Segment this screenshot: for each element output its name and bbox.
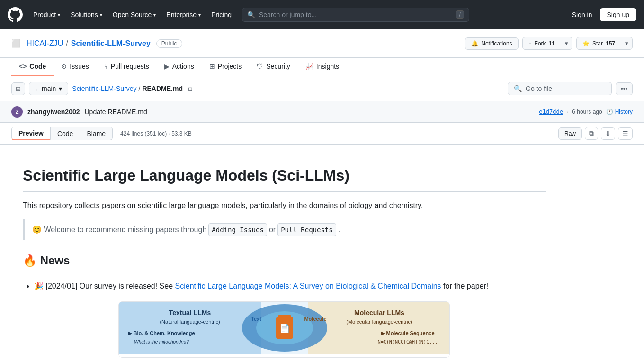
tab-projects[interactable]: ⊞ Projects <box>202 58 250 76</box>
readme-description: This repository collects papers on scien… <box>23 199 546 212</box>
list-item: 🎉 [2024/01] Our survey is released! See … <box>34 280 546 292</box>
blockquote-code2: Pull Requests <box>277 223 336 236</box>
svg-text:📄: 📄 <box>279 323 290 334</box>
readme-content: Scientific Large Language Models (Sci-LL… <box>0 145 568 362</box>
copy-path-button[interactable]: ⧉ <box>187 84 193 94</box>
history-icon: 🕐 <box>606 109 613 115</box>
blockquote-text: 😊 Welcome to recommend missing papers th… <box>32 224 206 236</box>
path-repo-link[interactable]: Scientific-LLM-Survey <box>72 85 136 92</box>
tab-code[interactable]: <> Code <box>11 58 54 76</box>
diagram-wrap: Textual LLMs (Natural language-centric) … <box>118 301 450 357</box>
projects-icon: ⊞ <box>209 63 215 70</box>
tab-security[interactable]: 🛡 Security <box>249 58 298 76</box>
preview-tab[interactable]: Preview <box>11 127 51 140</box>
file-actions: Raw ⧉ ⬇ ☰ <box>558 127 633 140</box>
star-add-button[interactable]: ▾ <box>621 37 633 50</box>
file-header: ⊟ ⑂ main ▾ Scientific-LLM-Survey / READM… <box>0 76 644 101</box>
nav-item-enterprise[interactable]: Enterprise ▾ <box>161 8 206 21</box>
chevron-down-icon: ▾ <box>100 12 102 18</box>
blame-tab[interactable]: Blame <box>80 127 113 140</box>
news-link[interactable]: Scientific Large Language Models: A Surv… <box>175 282 441 290</box>
svg-text:N=C(N)NCC[C@H](N)C...: N=C(N)NCC[C@H](N)C... <box>378 339 438 344</box>
tab-actions[interactable]: ▶ Actions <box>157 58 202 76</box>
nav-item-opensource[interactable]: Open Source ▾ <box>108 8 161 21</box>
star-btn-group: ⭐ Star 157 ▾ <box>576 37 633 50</box>
tab-pull-requests[interactable]: ⑂ Pull requests <box>97 58 157 76</box>
breadcrumb-separator: / <box>66 39 68 48</box>
github-logo[interactable] <box>8 7 23 22</box>
sidebar-icon: ⊟ <box>16 85 21 92</box>
readme-title: Scientific Large Language Models (Sci-LL… <box>23 163 546 192</box>
branch-icon: ⑂ <box>35 85 39 92</box>
path-separator: / <box>139 85 141 92</box>
sidebar-toggle-button[interactable]: ⊟ <box>11 82 25 95</box>
diagram-svg: Textual LLMs (Natural language-centric) … <box>119 302 450 354</box>
view-tabs: Preview Code Blame <box>11 127 113 140</box>
signin-button[interactable]: Sign in <box>568 9 596 21</box>
blockquote: 😊 Welcome to recommend missing papers th… <box>23 219 546 240</box>
raw-button[interactable]: Raw <box>558 127 582 140</box>
insights-icon: 📈 <box>305 63 313 70</box>
breadcrumb-path: Scientific-LLM-Survey / README.md <box>72 85 183 92</box>
svg-text:▶ Bio. & Chem. Knowledge: ▶ Bio. & Chem. Knowledge <box>128 330 195 336</box>
nav-item-product[interactable]: Product ▾ <box>28 8 65 21</box>
repo-actions: 🔔 Notifications ⑂ Fork 11 ▾ ⭐ Star 157 ▾ <box>465 37 633 50</box>
fork-icon: ⑂ <box>528 40 532 47</box>
nav-item-solutions[interactable]: Solutions ▾ <box>66 8 107 21</box>
fork-btn-group: ⑂ Fork 11 ▾ <box>522 37 572 50</box>
svg-text:Molecule: Molecule <box>304 316 326 322</box>
code-icon: <> <box>19 63 27 70</box>
fork-count: 11 <box>549 40 555 47</box>
history-button[interactable]: 🕐 History <box>606 109 633 115</box>
fork-add-button[interactable]: ▾ <box>561 37 572 50</box>
blockquote-or: or <box>269 224 276 236</box>
news-list: 🎉 [2024/01] Our survey is released! See … <box>23 280 546 292</box>
news-text: Our survey is released! See <box>80 282 173 290</box>
branch-selector[interactable]: ⑂ main ▾ <box>29 82 68 95</box>
svg-text:Molecular LLMs: Molecular LLMs <box>354 309 404 317</box>
repo-tabs: <> Code ⊙ Issues ⑂ Pull requests ▶ Actio… <box>0 58 644 76</box>
star-icon: ⭐ <box>582 40 590 47</box>
svg-text:Textual LLMs: Textual LLMs <box>169 309 211 317</box>
breadcrumb: HICAI-ZJU / Scientific-LLM-Survey <box>27 39 151 48</box>
more-options-button[interactable]: ••• <box>616 82 633 95</box>
code-view-tab[interactable]: Code <box>51 127 80 140</box>
news-emoji: 🎉 <box>34 282 44 290</box>
nav-item-pricing[interactable]: Pricing <box>206 8 236 21</box>
top-nav: Product ▾ Solutions ▾ Open Source ▾ Ente… <box>0 0 644 29</box>
commit-author[interactable]: zhangyiwen2002 <box>27 108 80 116</box>
goto-file-search[interactable]: 🔍 Go to file <box>508 82 612 95</box>
fork-button[interactable]: ⑂ Fork 11 <box>522 37 561 50</box>
tab-issues[interactable]: ⊙ Issues <box>54 58 96 76</box>
list-view-button[interactable]: ☰ <box>618 127 633 140</box>
news-heading: 🔥 News <box>23 252 546 274</box>
star-count: 157 <box>606 40 615 47</box>
path-filename: README.md <box>142 85 183 92</box>
pr-icon: ⑂ <box>104 63 108 70</box>
notifications-button[interactable]: 🔔 Notifications <box>465 37 518 50</box>
github-logo-icon <box>8 7 23 22</box>
search-bar[interactable]: 🔍 Search or jump to... / <box>242 8 563 22</box>
repo-owner-link[interactable]: HICAI-ZJU <box>27 39 63 48</box>
commit-hash-link[interactable]: e1d7dde <box>539 109 563 115</box>
svg-rect-14 <box>278 315 291 319</box>
chevron-down-icon: ▾ <box>59 85 62 92</box>
download-button[interactable]: ⬇ <box>601 127 615 140</box>
svg-text:Text: Text <box>251 316 261 322</box>
commit-time: 6 hours ago <box>572 109 602 115</box>
repo-header: ⬜ HICAI-ZJU / Scientific-LLM-Survey Publ… <box>0 29 644 58</box>
auth-buttons: Sign in Sign up <box>568 8 636 21</box>
search-shortcut-badge: / <box>456 10 464 19</box>
search-icon: 🔍 <box>247 11 255 18</box>
security-icon: 🛡 <box>257 63 263 70</box>
copy-raw-button[interactable]: ⧉ <box>585 127 598 140</box>
bell-icon: 🔔 <box>471 40 478 47</box>
tab-insights[interactable]: 📈 Insights <box>298 58 347 76</box>
commit-row: Z zhangyiwen2002 Update README.md e1d7dd… <box>0 101 644 123</box>
signup-button[interactable]: Sign up <box>600 8 636 21</box>
repo-name-link[interactable]: Scientific-LLM-Survey <box>71 39 151 48</box>
commit-message: Update README.md <box>85 108 147 116</box>
star-button[interactable]: ⭐ Star 157 <box>576 37 621 50</box>
repo-type-icon: ⬜ <box>11 39 21 48</box>
blockquote-code1: Adding Issues <box>208 223 267 236</box>
